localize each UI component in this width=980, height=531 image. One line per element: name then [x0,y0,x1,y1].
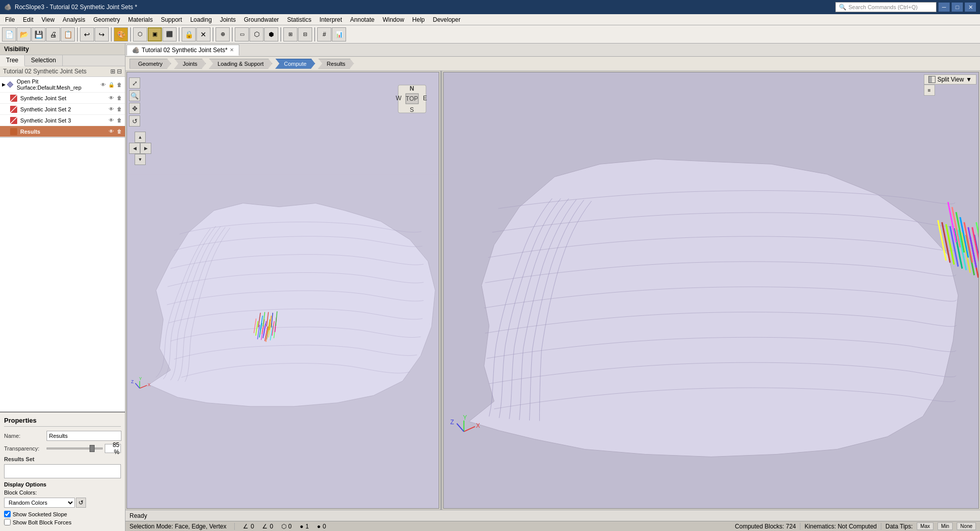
surface-delete-icon[interactable]: 🗑 [116,81,123,88]
menu-support[interactable]: Support [157,15,186,24]
results-visibility-icon[interactable]: 👁 [108,128,115,135]
nav-up-btn[interactable]: ▲ [135,132,146,143]
workflow-geometry[interactable]: Geometry [130,59,171,69]
nav-left-btn[interactable]: ◀ [129,143,140,154]
tab-tutorial[interactable]: 🪨 Tutorial 02 Synthetic Joint Sets* ✕ [126,45,239,56]
export-button[interactable]: 📋 [61,27,75,42]
workflow-joints[interactable]: Joints [174,59,206,69]
select-active-button[interactable]: ▣ [148,27,162,42]
tree-collapse-icon[interactable]: ⊟ [117,68,122,75]
menu-annotate[interactable]: Annotate [346,15,378,24]
search-bar[interactable]: 🔍 Search Commands (Ctrl+Q) [835,2,936,12]
left-viewport[interactable]: ⤢ 🔍 ✥ ↺ ▲ ◀ ▶ ▼ [126,72,439,509]
grid-button[interactable]: # [317,27,331,42]
sphere-button[interactable]: ⬡ [249,27,264,42]
tree-expand-icon[interactable]: ⊞ [110,68,115,75]
menu-groundwater[interactable]: Groundwater [240,15,283,24]
none-button[interactable]: None [957,522,976,530]
tree-item-surface[interactable]: ▶ Open Pit Surface:Default:Mesh_rep 👁 🔒 … [0,77,125,93]
name-input[interactable] [47,431,121,441]
split-view-button[interactable]: Split View ▼ [924,74,976,85]
sjs2-delete-icon[interactable]: 🗑 [116,106,123,113]
sjs1-delete-icon[interactable]: 🗑 [116,95,123,102]
block-colors-select[interactable]: Random Colors By Joint Set By Factor of … [4,498,75,508]
max-button[interactable]: Max [917,522,933,530]
zoom-fit-button[interactable]: ⊞ [283,27,297,42]
workflow-compute[interactable]: Compute [275,59,315,69]
redo-button[interactable]: ↪ [95,27,109,42]
show-bolt-label[interactable]: Show Bolt Block Forces [13,519,71,525]
right-viewport[interactable]: Split View ▼ ≡ [443,72,979,509]
refresh-colors-button[interactable]: ↺ [76,498,86,508]
surface-lock-icon[interactable]: 🔒 [108,81,115,88]
close-button[interactable]: ✕ [965,3,976,12]
menu-view[interactable]: View [37,15,59,24]
right-terrain-svg: X Y Z [444,72,978,508]
pan-btn[interactable]: ✥ [129,103,140,114]
snap-button[interactable]: ⊕ [216,27,230,42]
nav-down-btn[interactable]: ▼ [135,154,146,165]
menu-joints[interactable]: Joints [216,15,240,24]
workflow-results[interactable]: Results [318,59,354,69]
sjs3-delete-icon[interactable]: 🗑 [116,117,123,124]
menu-file[interactable]: File [1,15,19,24]
tree-item-sjs2[interactable]: Synthetic Joint Set 2 👁 🗑 [0,104,125,115]
viewport-options-button[interactable]: ≡ [924,85,935,96]
transparency-slider[interactable] [47,447,103,450]
rotate-btn[interactable]: ↺ [129,115,140,127]
tab-tree[interactable]: Tree [0,55,25,66]
sjs3-visibility-icon[interactable]: 👁 [108,117,115,124]
show-bolt-checkbox[interactable] [4,519,11,525]
zoom-in-btn[interactable]: 🔍 [129,90,140,101]
show-socketed-label[interactable]: Show Socketed Slope [13,511,67,517]
show-socketed-checkbox[interactable] [4,511,11,517]
split-h-button[interactable]: ⊟ [298,27,312,42]
zoom-extent-btn[interactable]: ⤢ [129,77,140,89]
tree-item-results[interactable]: Results 👁 🗑 [0,126,125,137]
visibility-header: Visibility [0,44,125,55]
maximize-button[interactable]: □ [952,3,963,12]
results-button[interactable]: 📊 [332,27,346,42]
results-set-box[interactable] [4,464,121,478]
save-button[interactable]: 💾 [31,27,46,42]
select-button[interactable]: ⬡ [133,27,147,42]
minimize-button[interactable]: ─ [939,3,950,12]
undo-button[interactable]: ↩ [80,27,94,42]
tree-item-sjs1[interactable]: Synthetic Joint Set 👁 🗑 [0,93,125,104]
menu-window[interactable]: Window [378,15,408,24]
angle-icon-1: ∠ [243,523,248,530]
menu-materials[interactable]: Materials [124,15,157,24]
svg-text:E: E [423,95,427,102]
sjs1-visibility-icon[interactable]: 👁 [108,95,115,102]
tree-expand-surface[interactable]: ▶ [2,82,6,87]
box-select-button[interactable]: ⬛ [162,27,177,42]
tree-item-sjs3[interactable]: Synthetic Joint Set 3 👁 🗑 [0,115,125,126]
results-delete-icon[interactable]: 🗑 [116,128,123,135]
menu-loading[interactable]: Loading [186,15,216,24]
menu-geometry[interactable]: Geometry [90,15,124,24]
menu-analysis[interactable]: Analysis [59,15,90,24]
lock-button[interactable]: 🔒 [182,27,196,42]
open-button[interactable]: 📂 [17,27,31,42]
print-button[interactable]: 🖨 [46,27,60,42]
menu-help[interactable]: Help [408,15,429,24]
unlock-button[interactable]: ✕ [196,27,210,42]
nav-lr-row: ◀ ▶ [129,143,151,154]
tab-selection[interactable]: Selection [25,55,62,66]
menu-statistics[interactable]: Statistics [283,15,315,24]
workflow-loading[interactable]: Loading & Support [209,59,272,69]
new-button[interactable]: 📄 [2,27,16,42]
box-button[interactable]: ⬢ [264,27,278,42]
colors-button[interactable]: 🎨 [114,27,128,42]
tab-close-button[interactable]: ✕ [230,47,234,53]
angle-section-3: ⬡ 0 [281,523,292,530]
menu-interpret[interactable]: Interpret [315,15,346,24]
nav-right-btn[interactable]: ▶ [140,143,151,154]
viewport-divider[interactable] [440,71,442,510]
surface-visibility-icon[interactable]: 👁 [100,81,107,88]
menu-edit[interactable]: Edit [19,15,37,24]
menu-developer[interactable]: Developer [429,15,465,24]
sjs2-visibility-icon[interactable]: 👁 [108,106,115,113]
min-button[interactable]: Min [938,522,953,530]
plane-button[interactable]: ▭ [235,27,249,42]
